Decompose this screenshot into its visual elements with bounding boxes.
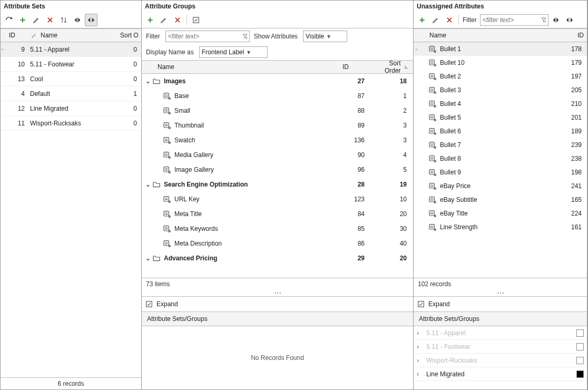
edit-button[interactable]	[429, 14, 442, 26]
attribute-row[interactable]: eBay Title224	[414, 207, 587, 220]
expand-button[interactable]: Expand	[142, 297, 413, 312]
chevron-right-icon[interactable]: ›	[417, 370, 423, 378]
column-name[interactable]: Name	[27, 31, 117, 40]
resize-handle[interactable]: ⋯	[414, 290, 587, 296]
attribute-row[interactable]: Bullet 8238	[414, 152, 587, 165]
subgrid-row[interactable]: ›Wisport-Rucksaks	[414, 354, 587, 367]
expand-columns-button[interactable]	[85, 14, 97, 26]
attribute-row[interactable]: Swatch1363	[142, 133, 413, 148]
attribute-row[interactable]: Line Strength161	[414, 220, 587, 234]
edit-button[interactable]	[158, 14, 170, 26]
expand-button[interactable]: Expand	[414, 297, 587, 312]
table-row[interactable]: 13Cool0	[1, 72, 141, 86]
attribute-row[interactable]: Meta Description8640	[142, 236, 413, 251]
attribute-row[interactable]: Bullet 7239	[414, 138, 587, 152]
resize-handle[interactable]: ⋯	[142, 290, 413, 296]
filter-clear-icon[interactable]	[540, 15, 548, 25]
collapse-columns-button[interactable]	[550, 14, 562, 26]
subgrid-name: 5.11 - Apparel	[423, 329, 576, 337]
table-row[interactable]: 11Wisport-Rucksaks0	[1, 116, 141, 131]
attribute-row[interactable]: eBay Price241	[414, 179, 587, 193]
group-row[interactable]: ⌄Images2718	[142, 74, 413, 89]
table-row[interactable]: 12Line Migrated0	[1, 101, 141, 116]
subgrid-row[interactable]: ›5.11 - Apparel	[414, 326, 587, 340]
chevron-right-icon[interactable]: ›	[417, 357, 423, 364]
filter-text-field[interactable]	[481, 16, 540, 24]
sort-button[interactable]	[57, 14, 70, 26]
group-row[interactable]: ⌄Search Engine Optimization2819	[142, 177, 413, 192]
cell-name: Wisport-Rucksaks	[28, 120, 125, 127]
table-row[interactable]: ▸95.11 - Apparel0	[1, 42, 141, 57]
attribute-row[interactable]: Bullet 10179	[414, 56, 587, 70]
cell-sort: 3	[369, 122, 411, 129]
attribute-icon	[163, 210, 171, 218]
cell-name: Cool	[28, 75, 125, 83]
attribute-row[interactable]: Bullet 2197	[414, 70, 587, 83]
column-sort[interactable]: Sort Order	[371, 60, 413, 74]
add-button[interactable]	[144, 14, 156, 26]
filter-input[interactable]	[480, 14, 548, 26]
attribute-row[interactable]: Bullet 6189	[414, 124, 587, 138]
refresh-button[interactable]	[3, 14, 15, 26]
group-row[interactable]: ⌄Advanced Pricing2920	[142, 251, 413, 266]
attribute-row[interactable]: Bullet 3205	[414, 83, 587, 97]
attribute-row[interactable]: Meta Title8420	[142, 207, 413, 221]
table-row[interactable]: 105.11 - Footwear0	[1, 57, 141, 72]
attribute-row[interactable]: Small882	[142, 103, 413, 118]
column-id[interactable]: ID	[555, 32, 587, 39]
column-name[interactable]: Name	[414, 32, 555, 39]
delete-button[interactable]	[44, 14, 56, 26]
x-icon	[46, 16, 54, 24]
attribute-row[interactable]: Media Gallery904	[142, 148, 413, 162]
subgrid-row[interactable]: ›5.11 - Footwear	[414, 340, 587, 354]
add-button[interactable]	[416, 14, 428, 26]
column-name[interactable]: Name	[142, 63, 339, 71]
column-sort[interactable]: Sort O	[117, 32, 141, 39]
filter-clear-icon[interactable]	[241, 32, 249, 41]
filter-text-field[interactable]	[166, 33, 241, 40]
chevron-right-icon[interactable]: ›	[417, 329, 423, 337]
edit-button[interactable]	[30, 14, 43, 26]
filter-label: Filter	[146, 33, 160, 40]
checkbox[interactable]	[576, 343, 584, 350]
toggle-expand-button[interactable]	[190, 14, 202, 26]
attribute-row[interactable]: Base871	[142, 89, 413, 103]
show-attributes-select[interactable]: Visible ▾	[303, 31, 347, 42]
chevron-down-icon[interactable]: ⌄	[144, 181, 152, 188]
chevron-down-icon[interactable]: ⌄	[144, 255, 152, 262]
unassigned-header: Name ID	[414, 28, 587, 42]
column-id[interactable]: ID	[339, 63, 371, 71]
cell-sort: 2	[369, 107, 411, 114]
attribute-name: eBay Price	[440, 182, 471, 190]
display-name-select[interactable]: Frontend Label ▾	[199, 46, 268, 58]
collapse-columns-button[interactable]	[71, 14, 84, 26]
expand-columns-button[interactable]	[563, 14, 576, 26]
checkbox[interactable]	[576, 357, 584, 364]
attribute-row[interactable]: ▸Bullet 1178	[414, 42, 587, 56]
svg-rect-1	[164, 93, 169, 98]
checkbox[interactable]	[576, 370, 584, 378]
attribute-row[interactable]: URL Key12310	[142, 192, 413, 207]
checkbox[interactable]	[576, 329, 584, 337]
display-name-label: Display Name as	[146, 48, 194, 56]
filter-input[interactable]	[165, 31, 250, 42]
chevron-down-icon[interactable]: ⌄	[144, 77, 152, 85]
add-button[interactable]	[16, 14, 29, 26]
attribute-row[interactable]: Bullet 9198	[414, 165, 587, 179]
delete-button[interactable]	[171, 14, 184, 26]
attribute-row[interactable]: Image Gallery965	[142, 162, 413, 177]
attribute-row[interactable]: Bullet 5201	[414, 111, 587, 124]
subgrid-empty: No Records Found	[142, 326, 413, 389]
delete-button[interactable]	[443, 14, 456, 26]
attribute-row[interactable]: Bullet 4210	[414, 97, 587, 111]
subgrid-row[interactable]: ›Line Migrated	[414, 367, 587, 381]
table-row[interactable]: 4Default1	[1, 86, 141, 101]
attribute-row[interactable]: eBay Subtitle165	[414, 193, 587, 207]
attribute-row[interactable]: Thumbnail893	[142, 118, 413, 133]
cell-sort: 10	[369, 196, 411, 203]
column-id[interactable]: ID	[6, 32, 27, 39]
cell-sort: 1	[125, 90, 140, 97]
drag-handle-icon[interactable]: ⋮⋮	[1, 33, 6, 38]
attribute-row[interactable]: Meta Keywords8530	[142, 221, 413, 236]
chevron-right-icon[interactable]: ›	[417, 343, 423, 350]
